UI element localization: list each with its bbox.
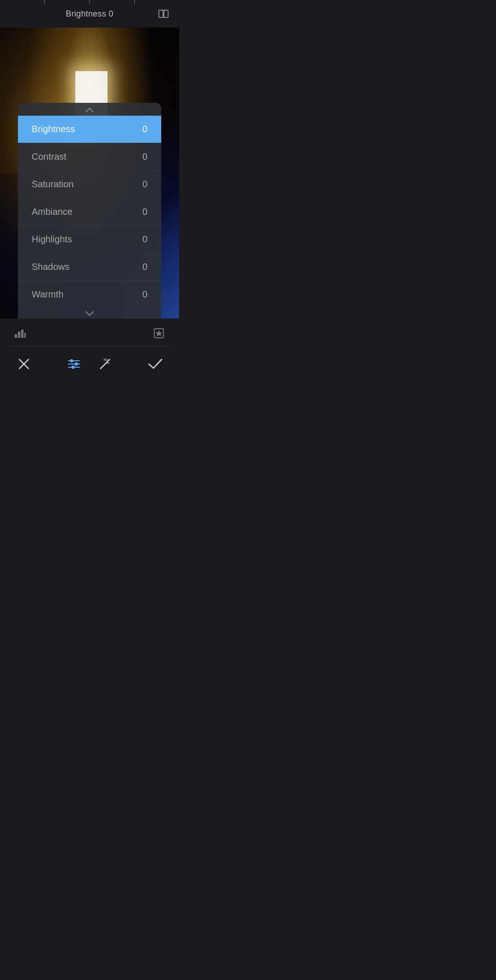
contrast-label: Contrast xyxy=(32,151,67,162)
warmth-label: Warmth xyxy=(32,289,63,300)
svg-rect-5 xyxy=(15,334,17,338)
ambiance-label: Ambiance xyxy=(32,207,73,217)
svg-line-24 xyxy=(106,358,106,360)
brightness-label: Brightness xyxy=(32,124,75,134)
sliders-button[interactable] xyxy=(64,354,84,374)
header-title: Brightness 0 xyxy=(66,9,113,19)
list-item-contrast[interactable]: Contrast 0 xyxy=(18,143,161,170)
header: Brightness 0 xyxy=(0,0,179,28)
svg-rect-7 xyxy=(21,330,23,338)
magic-button[interactable] xyxy=(95,354,115,374)
highlights-label: Highlights xyxy=(32,234,72,245)
saturation-label: Saturation xyxy=(32,179,73,190)
svg-rect-0 xyxy=(159,10,163,17)
svg-line-19 xyxy=(101,362,107,369)
toolbar-actions-row xyxy=(0,347,179,381)
svg-point-18 xyxy=(72,366,75,369)
toolbar-icons-row xyxy=(0,319,179,346)
list-item-saturation[interactable]: Saturation 0 xyxy=(18,170,161,198)
saturation-value: 0 xyxy=(142,179,147,190)
svg-rect-1 xyxy=(164,10,168,17)
starred-button[interactable] xyxy=(150,324,168,342)
svg-rect-6 xyxy=(18,331,20,338)
adjustment-panel: Brightness 0 Contrast 0 Saturation 0 Amb… xyxy=(18,103,161,321)
chevron-up-icon[interactable] xyxy=(18,103,161,116)
confirm-button[interactable] xyxy=(145,354,165,374)
bottom-toolbar xyxy=(0,319,179,387)
shadows-label: Shadows xyxy=(32,262,69,272)
contrast-value: 0 xyxy=(142,151,147,162)
list-item-ambiance[interactable]: Ambiance 0 xyxy=(18,198,161,225)
svg-rect-8 xyxy=(24,333,26,338)
svg-line-26 xyxy=(108,363,109,364)
shadows-value: 0 xyxy=(142,262,147,272)
cancel-button[interactable] xyxy=(14,354,34,374)
svg-point-14 xyxy=(70,359,73,363)
highlights-value: 0 xyxy=(142,234,147,245)
compare-button[interactable] xyxy=(157,7,170,20)
svg-line-22 xyxy=(106,360,107,361)
svg-marker-10 xyxy=(156,330,162,336)
brightness-value: 0 xyxy=(142,124,147,134)
center-actions xyxy=(64,354,115,374)
warmth-value: 0 xyxy=(142,289,147,300)
list-item-shadows[interactable]: Shadows 0 xyxy=(18,253,161,280)
ambiance-value: 0 xyxy=(142,207,147,217)
svg-point-16 xyxy=(75,363,78,366)
list-item-highlights[interactable]: Highlights 0 xyxy=(18,225,161,253)
list-item-brightness[interactable]: Brightness 0 xyxy=(18,116,161,143)
list-item-warmth[interactable]: Warmth 0 xyxy=(18,280,161,308)
histogram-button[interactable] xyxy=(11,324,29,342)
